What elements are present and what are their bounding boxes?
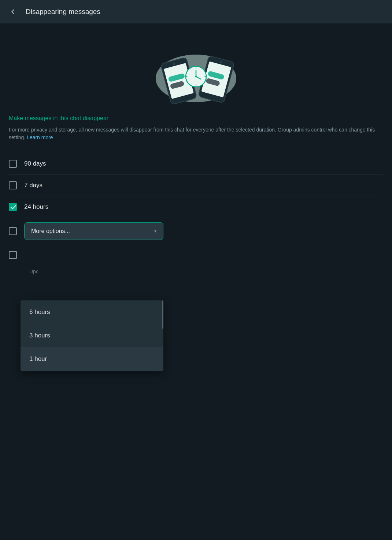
checkbox-24hours[interactable] [9,203,17,211]
illustration [9,23,383,115]
option-label-90days: 90 days [24,160,46,167]
checkbox-7days[interactable] [9,181,17,189]
dropdown-label: More options... [31,228,70,234]
phones-illustration [145,38,247,104]
option-label-7days: 7 days [24,182,42,189]
header: Disappearing messages [0,0,392,23]
chevron-down-icon: ▾ [154,229,156,234]
dropdown-item-3hours[interactable]: 3 hours [21,324,163,347]
dropdown-popup: 6 hours 3 hours 1 hour [21,300,163,371]
option-24hours[interactable]: 24 hours [9,196,383,218]
section-heading: Make messages in this chat disappear [9,115,383,122]
dropdown-row: More options... ▾ [9,218,383,244]
back-button[interactable] [7,6,18,17]
empty-option-row[interactable] [9,244,383,266]
partial-text: Upc [9,266,383,277]
learn-more-link[interactable]: Learn more [27,134,53,140]
dropdown-item-1hour[interactable]: 1 hour [21,347,163,371]
checkbox-more[interactable] [9,227,17,235]
content-area: Make messages in this chat disappear For… [0,23,392,292]
option-7days[interactable]: 7 days [9,175,383,196]
page-title: Disappearing messages [26,8,100,16]
checkbox-90days[interactable] [9,160,17,168]
dropdown-item-6hours[interactable]: 6 hours [21,300,163,324]
option-90days[interactable]: 90 days [9,153,383,175]
more-options-dropdown[interactable]: More options... ▾ [24,222,163,240]
checkbox-empty[interactable] [9,251,17,259]
section-description: For more privacy and storage, all new me… [9,126,383,141]
option-label-24hours: 24 hours [24,203,48,211]
